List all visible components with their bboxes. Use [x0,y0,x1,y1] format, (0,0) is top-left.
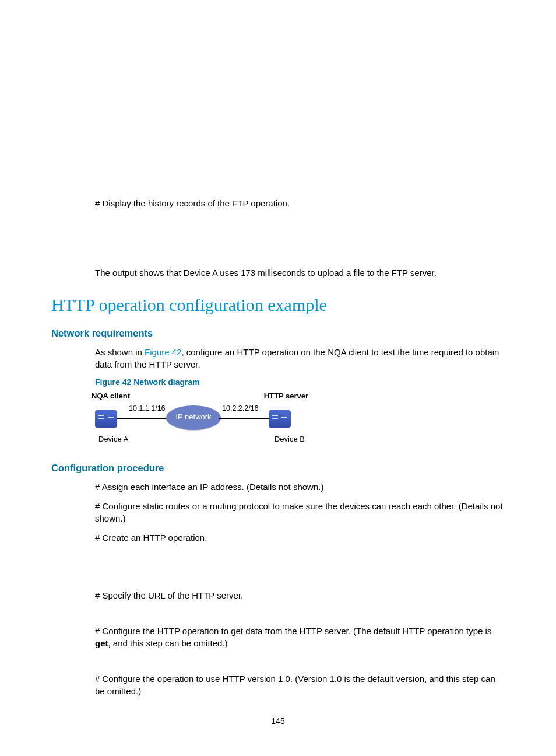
intro-line-2: The output shows that Device A uses 173 … [95,267,505,279]
config-step-3: # Create an HTTP operation. [95,531,505,544]
nqa-client-label: NQA client [92,391,130,400]
ip-network-cloud: IP network [166,405,221,430]
config-step-4: # Specify the URL of the HTTP server. [95,589,505,601]
config-step-5: # Configure the HTTP operation to get da… [95,625,505,649]
network-diagram: NQA client HTTP server 10.1.1.1/16 10.2.… [95,393,316,446]
step5-pre: # Configure the HTTP operation to get da… [95,626,491,636]
figure-caption: Figure 42 Network diagram [95,377,505,387]
device-a-label: Device A [98,435,128,443]
network-req-paragraph: As shown in Figure 42, configure an HTTP… [95,346,505,370]
cloud-label: IP network [166,412,221,421]
diagram-line [219,418,270,419]
section-config-procedure: Configuration procedure [51,463,505,474]
figure-link[interactable]: Figure 42 [145,347,181,357]
ip-address-left: 10.1.1.1/16 [129,404,166,412]
step5-post: , and this step can be omitted.) [108,638,228,648]
page-number: 145 [0,716,556,726]
document-page: # Display the history records of the FTP… [0,0,556,697]
config-step-6: # Configure the operation to use HTTP ve… [95,673,505,697]
page-title: HTTP operation configuration example [51,295,505,315]
config-step-2: # Configure static routes or a routing p… [95,500,505,524]
http-server-label: HTTP server [264,391,308,400]
section-network-requirements: Network requirements [51,328,505,339]
step5-bold: get [95,638,108,648]
switch-icon [95,410,117,428]
device-b-label: Device B [275,435,305,443]
ip-address-right: 10.2.2.2/16 [222,404,259,412]
intro-line-1: # Display the history records of the FTP… [95,197,505,209]
diagram-line [117,418,170,419]
switch-icon [269,410,291,428]
para-text-pre: As shown in [95,347,145,357]
config-step-1: # Assign each interface an IP address. (… [95,481,505,493]
